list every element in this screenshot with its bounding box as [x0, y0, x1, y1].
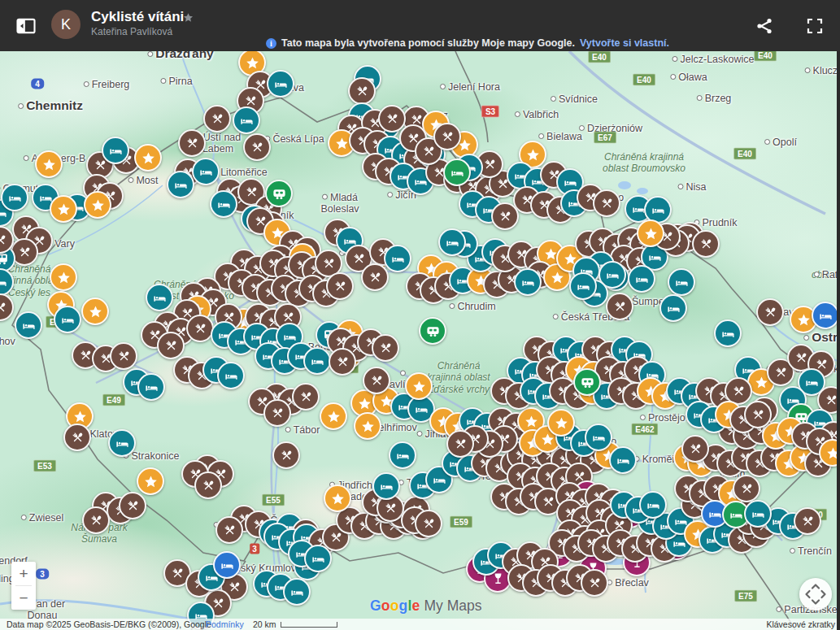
map-marker-restaurant[interactable]: [756, 298, 784, 326]
map-marker-attraction[interactable]: [137, 467, 164, 495]
map-marker-accommodation[interactable]: [639, 491, 667, 519]
map-marker-restaurant[interactable]: [348, 77, 376, 105]
map-marker-restaurant[interactable]: [263, 399, 291, 427]
map-marker-restaurant[interactable]: [446, 430, 474, 458]
zoom-in-button[interactable]: +: [11, 562, 36, 585]
map-marker-camping[interactable]: [419, 317, 446, 345]
map-marker-accommodation[interactable]: [585, 424, 612, 451]
map-marker-accommodation[interactable]: [628, 265, 655, 293]
map-marker-attraction[interactable]: [320, 402, 347, 430]
map-marker-accommodation-green[interactable]: [443, 159, 471, 186]
map-marker-attraction[interactable]: [84, 191, 111, 219]
map-marker-restaurant[interactable]: [63, 424, 91, 451]
map-marker-accommodation[interactable]: [108, 429, 136, 457]
town-label: Trenčín: [790, 545, 832, 557]
map-marker-restaurant[interactable]: [692, 230, 720, 258]
map-marker-accommodation[interactable]: [438, 228, 466, 256]
map-marker-restaurant[interactable]: [361, 263, 389, 291]
map-marker-attraction[interactable]: [324, 484, 351, 512]
favorite-star-icon[interactable]: [182, 11, 194, 24]
map-marker-restaurant[interactable]: [581, 569, 608, 597]
map-marker-accommodation[interactable]: [217, 362, 245, 389]
map-marker-accommodation[interactable]: [384, 245, 411, 272]
map-marker-restaurant[interactable]: [194, 471, 222, 499]
sidebar-toggle-icon[interactable]: [15, 15, 37, 37]
map-marker-accommodation[interactable]: [192, 158, 220, 185]
map-marker-accommodation[interactable]: [714, 319, 742, 347]
map-marker-attraction[interactable]: [50, 263, 77, 291]
map-marker-accommodation[interactable]: [372, 472, 400, 500]
fullscreen-icon[interactable]: [805, 16, 825, 36]
map-marker-attraction[interactable]: [81, 298, 109, 325]
avatar[interactable]: K: [51, 10, 81, 39]
map-marker-restaurant[interactable]: [415, 510, 442, 537]
zoom-out-button[interactable]: −: [11, 586, 36, 610]
map-marker-restaurant[interactable]: [681, 435, 709, 463]
map-marker-accommodation[interactable]: [1, 184, 28, 211]
map-marker-accommodation[interactable]: [569, 272, 597, 300]
map-marker-restaurant[interactable]: [243, 133, 271, 161]
map-marker-restaurant[interactable]: [378, 105, 406, 133]
map-marker-restaurant[interactable]: [733, 475, 760, 502]
share-icon[interactable]: [755, 16, 774, 36]
map-marker-restaurant[interactable]: [82, 506, 110, 534]
map-author: Kateřina Pavlíková: [91, 26, 172, 37]
create-own-map-link[interactable]: Vytvořte si vlastní.: [580, 37, 669, 49]
map-marker-restaurant[interactable]: [272, 441, 300, 469]
map-marker-attraction[interactable]: [637, 219, 664, 247]
map-marker-accommodation[interactable]: [137, 373, 165, 401]
map-marker-accommodation[interactable]: [210, 190, 237, 218]
pan-control-button[interactable]: [799, 578, 832, 610]
map-marker-accommodation[interactable]: [514, 268, 542, 296]
terms-link[interactable]: Podmínky: [206, 619, 244, 629]
map-marker-attraction[interactable]: [134, 144, 162, 172]
map-marker-accommodation[interactable]: [167, 171, 194, 198]
map-marker-restaurant[interactable]: [433, 123, 461, 150]
map-marker-accommodation[interactable]: [146, 284, 173, 311]
map-marker-accommodation[interactable]: [389, 441, 416, 469]
map-marker-attraction[interactable]: [547, 409, 575, 437]
google-my-maps-watermark[interactable]: GoogleMy Maps: [370, 597, 481, 615]
map-marker-accommodation[interactable]: [267, 70, 294, 98]
map-marker-accommodation[interactable]: [15, 311, 42, 339]
map-canvas[interactable]: DrážďanyPirnaFreibergChemnitzAnnaberg-BM…: [0, 51, 840, 630]
map-marker-restaurant[interactable]: [372, 334, 399, 362]
map-marker-accommodation[interactable]: [303, 347, 331, 375]
map-marker-accommodation[interactable]: [304, 545, 332, 572]
map-marker-restaurant[interactable]: [215, 516, 243, 544]
map-marker-restaurant[interactable]: [491, 202, 519, 230]
map-marker-camping[interactable]: [265, 180, 293, 207]
map-marker-restaurant[interactable]: [363, 367, 390, 394]
map-marker-accommodation[interactable]: [609, 446, 637, 474]
map-marker-restaurant[interactable]: [329, 348, 356, 376]
map-marker-accommodation[interactable]: [283, 578, 311, 606]
map-marker-restaurant[interactable]: [326, 272, 354, 300]
map-marker-accommodation[interactable]: [233, 106, 260, 134]
map-marker-accommodation[interactable]: [102, 137, 129, 164]
map-marker-restaurant[interactable]: [744, 401, 772, 428]
keyboard-shortcuts-link[interactable]: Klávesové zkratky: [766, 619, 835, 629]
map-marker-restaurant[interactable]: [110, 342, 137, 370]
map-marker-restaurant[interactable]: [157, 332, 185, 359]
map-marker-attraction[interactable]: [35, 150, 63, 178]
map-marker-attraction[interactable]: [50, 195, 77, 223]
map-marker-accommodation-blue[interactable]: [812, 302, 839, 329]
map-marker-restaurant[interactable]: [794, 507, 821, 535]
map-marker-restaurant[interactable]: [203, 105, 231, 133]
town-dot: [440, 84, 446, 89]
map-marker-restaurant[interactable]: [186, 315, 214, 342]
map-marker-restaurant[interactable]: [593, 189, 620, 217]
map-marker-accommodation[interactable]: [668, 268, 695, 296]
map-marker-restaurant[interactable]: [292, 383, 320, 411]
map-marker-attraction[interactable]: [405, 372, 433, 400]
map-marker-accommodation[interactable]: [659, 294, 687, 322]
map-marker-attraction[interactable]: [354, 412, 381, 440]
map-marker-camping[interactable]: [573, 368, 601, 396]
map-marker-restaurant[interactable]: [606, 293, 633, 320]
map-marker-accommodation-blue[interactable]: [213, 551, 241, 579]
map-marker-accommodation[interactable]: [54, 306, 81, 333]
map-marker-accommodation[interactable]: [744, 500, 772, 528]
town-dot: [640, 415, 646, 420]
map-marker-restaurant[interactable]: [119, 492, 146, 519]
map-marker-restaurant[interactable]: [178, 129, 206, 157]
